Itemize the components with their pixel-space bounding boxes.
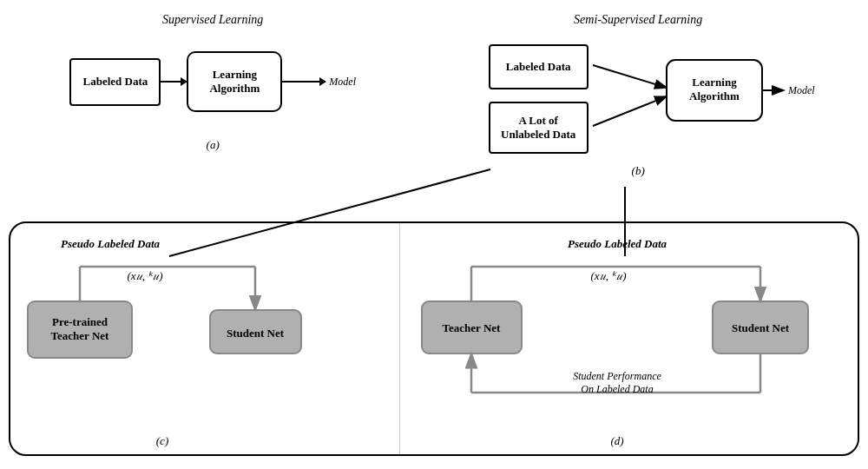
panel-c-svg: Pseudo Labeled Data Pre-trained Teacher … [10, 223, 399, 454]
svg-text:Student Net: Student Net [732, 321, 790, 334]
svg-text:Pseudo Labeled Data: Pseudo Labeled Data [568, 237, 667, 250]
semi-svg: Learning Algorithm Model [589, 43, 788, 155]
svg-text:(d): (d) [610, 434, 623, 447]
sup-algorithm-box: Learning Algorithm [187, 51, 282, 112]
semi-labeled-data-box: Labeled Data [489, 44, 589, 89]
svg-text:(c): (c) [156, 434, 168, 447]
svg-text:Pre-trained: Pre-trained [52, 315, 108, 328]
sup-labeled-data-box: Labeled Data [69, 58, 161, 106]
semi-unlabeled-data-box: A Lot ofUnlabeled Data [489, 102, 589, 154]
semi-supervised-panel: Semi-Supervised Learning Labeled Data A … [417, 9, 859, 217]
semi-title: Semi-Supervised Learning [574, 13, 702, 27]
supervised-panel: Supervised Learning Labeled Data Learnin… [9, 9, 417, 217]
svg-text:Pseudo Labeled Data: Pseudo Labeled Data [61, 237, 161, 250]
svg-text:On Labeled Data: On Labeled Data [581, 383, 653, 395]
svg-text:Student Net: Student Net [227, 327, 285, 340]
svg-text:(x𝑢, ᵏ𝑢): (x𝑢, ᵏ𝑢) [590, 269, 626, 282]
svg-text:Learning: Learning [692, 76, 737, 89]
svg-text:Algorithm: Algorithm [689, 89, 740, 102]
bottom-section: Pseudo Labeled Data Pre-trained Teacher … [9, 221, 859, 456]
supervised-flow: Labeled Data Learning Algorithm Model [69, 51, 356, 112]
svg-text:Student Performance: Student Performance [573, 370, 661, 382]
svg-text:Teacher Net: Teacher Net [51, 329, 109, 342]
panel-d-svg: Pseudo Labeled Data Teacher Net Student … [400, 223, 858, 454]
panel-d: Pseudo Labeled Data Teacher Net Student … [400, 223, 858, 454]
supervised-title: Supervised Learning [162, 13, 263, 27]
svg-line-1 [593, 96, 667, 126]
supervised-sub-label: (a) [207, 138, 220, 152]
svg-text:Model: Model [787, 84, 815, 96]
svg-text:(x𝑢, ᵏ𝑢): (x𝑢, ᵏ𝑢) [128, 269, 163, 282]
main-container: Supervised Learning Labeled Data Learnin… [0, 0, 868, 469]
sup-model-label: Model [329, 76, 356, 89]
svg-line-0 [593, 65, 667, 88]
semi-sub-label: (b) [632, 164, 645, 178]
svg-text:Teacher Net: Teacher Net [443, 321, 501, 334]
panel-c: Pseudo Labeled Data Pre-trained Teacher … [10, 223, 400, 454]
top-section: Supervised Learning Labeled Data Learnin… [9, 9, 859, 217]
